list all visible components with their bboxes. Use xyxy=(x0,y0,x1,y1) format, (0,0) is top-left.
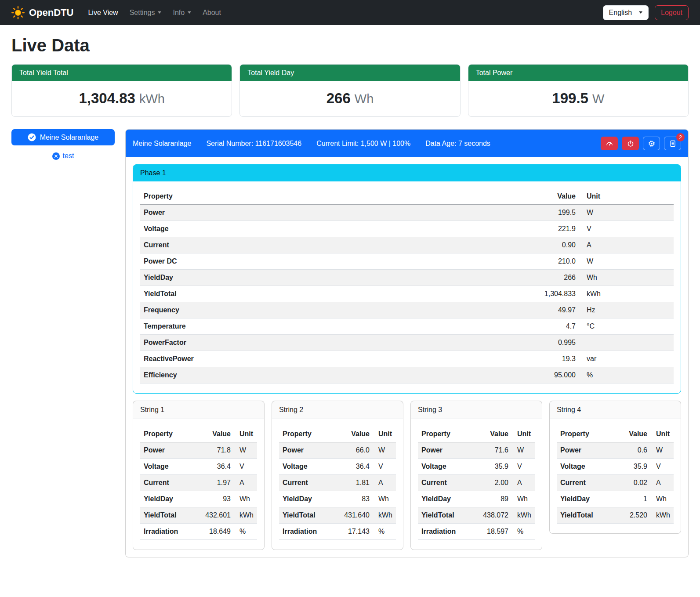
card-value: 199.5 xyxy=(552,90,588,106)
card-unit: W xyxy=(592,92,604,106)
card-value: 266 xyxy=(326,90,351,106)
nav-info[interactable]: Info xyxy=(167,5,197,20)
table-row: Voltage36.4V xyxy=(279,459,396,475)
table-row: Temperature4.7°C xyxy=(140,318,674,335)
value-cell: 199.5 xyxy=(403,205,579,221)
unit-cell: Wh xyxy=(373,491,396,507)
property-cell: Irradiation xyxy=(140,524,200,540)
table-row: Voltage35.9V xyxy=(557,459,674,475)
value-cell: 71.8 xyxy=(200,442,234,459)
card-value: 1,304.83 xyxy=(79,90,135,106)
value-cell: 0.6 xyxy=(617,442,651,459)
property-cell: Power xyxy=(279,442,339,459)
card-unit: kWh xyxy=(139,92,165,106)
column-header: Value xyxy=(339,426,373,442)
unit-cell: °C xyxy=(579,318,674,335)
unit-cell: A xyxy=(373,475,396,491)
value-cell: 35.9 xyxy=(617,459,651,475)
unit-cell: kWh xyxy=(234,507,257,524)
table-header-row: PropertyValueUnit xyxy=(557,426,674,442)
table-row: Power199.5W xyxy=(140,205,674,221)
value-cell: 36.4 xyxy=(200,459,234,475)
unit-cell: A xyxy=(579,237,674,253)
column-header: Unit xyxy=(234,426,257,442)
unit-cell: W xyxy=(373,442,396,459)
unit-cell: kWh xyxy=(651,507,674,524)
value-cell: 1,304.833 xyxy=(403,286,579,302)
inverter-name: Meine Solaranlage xyxy=(133,140,191,148)
language-select[interactable]: English xyxy=(603,5,649,20)
unit-cell: kWh xyxy=(579,286,674,302)
property-cell: YieldTotal xyxy=(140,286,403,302)
device-info-button[interactable] xyxy=(643,137,660,150)
main-row: Meine Solaranlage test Meine Solaranlage… xyxy=(11,129,689,557)
unit-cell: W xyxy=(651,442,674,459)
gauge-icon xyxy=(606,140,613,147)
table-header-row: PropertyValueUnit xyxy=(418,426,535,442)
column-header: Value xyxy=(617,426,651,442)
unit-cell xyxy=(579,335,674,351)
property-cell: Frequency xyxy=(140,302,403,318)
table-row: Power71.8W xyxy=(140,442,257,459)
nav-settings[interactable]: Settings xyxy=(124,5,167,20)
table-row: Current0.90A xyxy=(140,237,674,253)
strings-row: String 1 PropertyValueUnit Power71.8WVol… xyxy=(133,401,681,550)
table-row: Current2.00A xyxy=(418,475,535,491)
value-cell: 432.601 xyxy=(200,507,234,524)
property-cell: Voltage xyxy=(418,459,478,475)
brand[interactable]: OpenDTU xyxy=(11,6,73,19)
caret-down-icon xyxy=(188,11,191,14)
property-cell: Current xyxy=(279,475,339,491)
table-row: YieldTotal431.640kWh xyxy=(279,507,396,524)
string-2-body: PropertyValueUnit Power66.0WVoltage36.4V… xyxy=(272,419,403,550)
unit-cell: A xyxy=(234,475,257,491)
logout-button[interactable]: Logout xyxy=(655,5,689,20)
table-row: Current0.02A xyxy=(557,475,674,491)
value-cell: 2.520 xyxy=(617,507,651,524)
event-log-button[interactable]: 2 xyxy=(664,137,681,150)
property-cell: Current xyxy=(418,475,478,491)
column-header: Unit xyxy=(373,426,396,442)
unit-cell: % xyxy=(373,524,396,540)
unit-cell: W xyxy=(579,205,674,221)
column-header: Value xyxy=(200,426,234,442)
unit-cell: % xyxy=(234,524,257,540)
nav-about[interactable]: About xyxy=(197,5,227,20)
column-header: Unit xyxy=(579,188,674,205)
table-row: YieldDay89Wh xyxy=(418,491,535,507)
column-header: Value xyxy=(478,426,512,442)
property-cell: Irradiation xyxy=(279,524,339,540)
string-1-table: PropertyValueUnit Power71.8WVoltage36.4V… xyxy=(140,426,257,540)
limit-settings-button[interactable] xyxy=(601,137,618,150)
table-row: YieldDay93Wh xyxy=(140,491,257,507)
card-title: Total Power xyxy=(468,65,688,81)
power-control-button[interactable] xyxy=(622,137,639,150)
table-row: YieldTotal1,304.833kWh xyxy=(140,286,674,302)
sidebar-item-test[interactable]: test xyxy=(11,152,115,160)
value-cell: 66.0 xyxy=(339,442,373,459)
caret-down-icon xyxy=(158,11,161,14)
value-cell: 221.9 xyxy=(403,221,579,237)
nav-live-view[interactable]: Live View xyxy=(82,5,123,20)
column-header: Value xyxy=(403,188,579,205)
table-header-row: PropertyValueUnit xyxy=(140,188,674,205)
value-cell: 1.81 xyxy=(339,475,373,491)
total-yield-total-card: Total Yield Total 1,304.83kWh xyxy=(11,64,232,117)
table-row: Power0.6W xyxy=(557,442,674,459)
string-2-title: String 2 xyxy=(272,401,403,419)
table-row: Voltage35.9V xyxy=(418,459,535,475)
table-row: Power71.6W xyxy=(418,442,535,459)
value-cell: 83 xyxy=(339,491,373,507)
phase-1-body: PropertyValueUnit Power199.5WVoltage221.… xyxy=(133,181,681,393)
inverter-select-button[interactable]: Meine Solaranlage xyxy=(11,129,115,145)
column-header: Unit xyxy=(651,426,674,442)
table-row: Irradiation18.597% xyxy=(418,524,535,540)
summary-cards-row: Total Yield Total 1,304.83kWh Total Yiel… xyxy=(11,64,689,117)
table-row: Power66.0W xyxy=(279,442,396,459)
value-cell: 0.02 xyxy=(617,475,651,491)
brand-label: OpenDTU xyxy=(29,7,73,18)
total-yield-day-card: Total Yield Day 266Wh xyxy=(239,64,460,117)
navbar-right: English Logout xyxy=(603,5,689,20)
string-4-body: PropertyValueUnit Power0.6WVoltage35.9VC… xyxy=(550,419,681,533)
journal-icon xyxy=(669,140,676,147)
